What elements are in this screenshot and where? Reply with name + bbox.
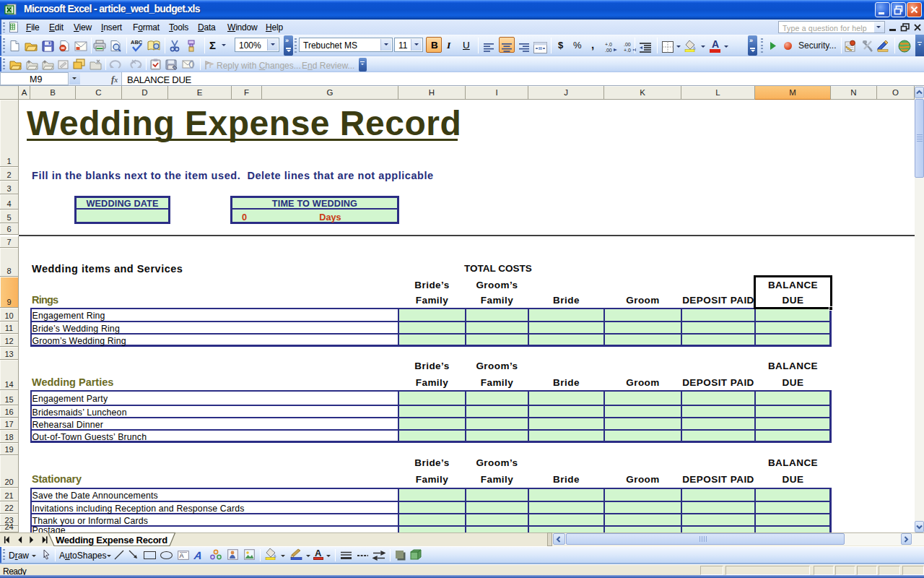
svg-text:+.0: +.0	[605, 42, 612, 47]
svg-text:.00: .00	[624, 42, 631, 47]
svg-text:A: A	[180, 552, 184, 559]
svg-text:+.0: +.0	[624, 48, 631, 53]
svg-text:.00: .00	[605, 48, 612, 53]
